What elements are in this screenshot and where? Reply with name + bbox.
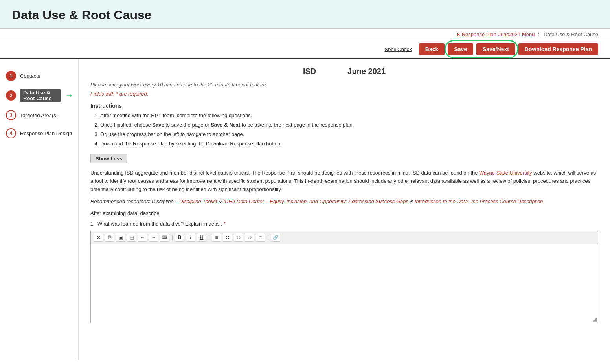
tool-indent-more[interactable]: ⇔	[245, 233, 254, 242]
question-1-text: What was learned from the data dive? Exp…	[97, 221, 222, 227]
toolbar-separator-3: |	[267, 233, 269, 242]
date-label: June 2021	[347, 67, 386, 76]
main-layout: 1 Contacts 2 Data Use & Root Cause ➞ 3 T…	[0, 59, 610, 360]
breadcrumb: B-Response Plan-June2021 Menu > Data Use…	[0, 29, 610, 40]
tool-indent-less[interactable]: ⇔	[234, 233, 243, 242]
tool-copy[interactable]: ⎘	[105, 233, 114, 242]
sidebar-badge-4: 4	[6, 128, 16, 138]
tool-list-unordered[interactable]: ∷	[223, 233, 232, 242]
toolbar-separator-1: |	[171, 233, 173, 242]
sidebar-badge-1: 1	[6, 71, 16, 81]
breadcrumb-current: Data Use & Root Cause	[544, 31, 598, 37]
sidebar-label-targeted: Targeted Area(s)	[20, 112, 58, 118]
rich-text-editor: ✕ ⎘ ▣ ▤ ← → ⌨ | B I U | ≡ ∷ ⇔ ⇔ □ | 🔗	[90, 231, 598, 323]
breadcrumb-parent-link[interactable]: B-Response Plan-June2021 Menu	[457, 31, 535, 37]
isd-label: ISD	[303, 67, 316, 76]
download-button[interactable]: Download Response Plan	[518, 43, 598, 55]
tool-underline[interactable]: U	[197, 233, 206, 242]
tool-list-ordered[interactable]: ≡	[212, 233, 221, 242]
page-header: Data Use & Root Cause	[0, 0, 610, 29]
sidebar-badge-3: 3	[6, 110, 16, 120]
back-button[interactable]: Back	[419, 43, 445, 55]
tool-source[interactable]: ⌨	[160, 233, 169, 242]
tool-paste-text[interactable]: ▤	[127, 233, 136, 242]
tool-link[interactable]: 🔗	[271, 233, 280, 242]
save-next-button[interactable]: Save/Next	[476, 43, 515, 55]
question-1-number: 1.	[90, 221, 96, 227]
sidebar-label-contacts: Contacts	[20, 73, 40, 79]
editor-toolbar: ✕ ⎘ ▣ ▤ ← → ⌨ | B I U | ≡ ∷ ⇔ ⇔ □ | 🔗	[91, 231, 598, 244]
instructions-list: After meeting with the RPT team, complet…	[100, 111, 598, 148]
spell-check-link[interactable]: Spell Check	[384, 46, 412, 52]
wayne-state-link[interactable]: Wayne State University	[479, 170, 532, 176]
toolbar: Spell Check Back Save Save/Next Download…	[0, 40, 610, 59]
arrow-indicator: ➞	[66, 91, 72, 100]
tool-bold[interactable]: B	[175, 233, 184, 242]
page-title: Data Use & Root Cause	[12, 8, 598, 22]
breadcrumb-separator: >	[538, 31, 541, 37]
save-button[interactable]: Save	[448, 43, 473, 55]
save-savenext-group: Save Save/Next	[448, 43, 515, 55]
instruction-3: Or, use the progress bar on the left to …	[100, 130, 598, 139]
tool-undo[interactable]: ←	[138, 233, 147, 242]
save-warning: Please save your work every 10 minutes d…	[90, 82, 598, 88]
question-1-label: 1. What was learned from the data dive? …	[90, 221, 598, 227]
toolbar-separator-2: |	[208, 233, 210, 242]
tool-cut[interactable]: ✕	[94, 233, 103, 242]
resources-text: Recommended resources: Discipline – Disc…	[90, 199, 598, 204]
show-less-button[interactable]: Show Less	[90, 154, 127, 163]
required-note: Fields with * are required.	[90, 91, 598, 97]
sidebar-item-contacts[interactable]: 1 Contacts	[0, 67, 78, 85]
tool-italic[interactable]: I	[186, 233, 195, 242]
editor-body[interactable]: ◢	[91, 244, 598, 323]
content-header: ISD June 2021	[90, 67, 598, 76]
main-content: ISD June 2021 Please save your work ever…	[79, 59, 610, 360]
idea-data-center-link[interactable]: IDEA Data Center – Equity, Inclusion, an…	[223, 199, 408, 204]
after-examining: After examining data, describe:	[90, 210, 598, 216]
editor-resize-handle[interactable]: ◢	[593, 316, 597, 322]
tool-redo[interactable]: →	[149, 233, 158, 242]
sidebar-badge-2: 2	[6, 90, 16, 101]
sidebar-label-data-use: Data Use & Root Cause	[20, 89, 61, 102]
tool-paste[interactable]: ▣	[116, 233, 125, 242]
instruction-2: Once finished, choose Save to save the p…	[100, 121, 598, 129]
question-1-required: *	[224, 221, 226, 227]
instructions-title: Instructions	[90, 103, 598, 109]
sidebar: 1 Contacts 2 Data Use & Root Cause ➞ 3 T…	[0, 59, 79, 360]
sidebar-label-response-plan: Response Plan Design	[20, 131, 72, 136]
description-text: Understanding ISD aggregate and member d…	[90, 169, 598, 193]
instruction-1: After meeting with the RPT team, complet…	[100, 111, 598, 120]
sidebar-item-response-plan[interactable]: 4 Response Plan Design	[0, 124, 78, 142]
sidebar-item-targeted[interactable]: 3 Targeted Area(s)	[0, 106, 78, 124]
discipline-toolkit-link[interactable]: Discipline Toolkit	[179, 199, 217, 204]
instruction-4: Download the Response Plan by selecting …	[100, 140, 598, 148]
sidebar-item-data-use[interactable]: 2 Data Use & Root Cause ➞	[0, 85, 78, 106]
data-use-course-link[interactable]: Introduction to the Data Use Process Cou…	[415, 199, 543, 204]
tool-maximize[interactable]: □	[256, 233, 265, 242]
